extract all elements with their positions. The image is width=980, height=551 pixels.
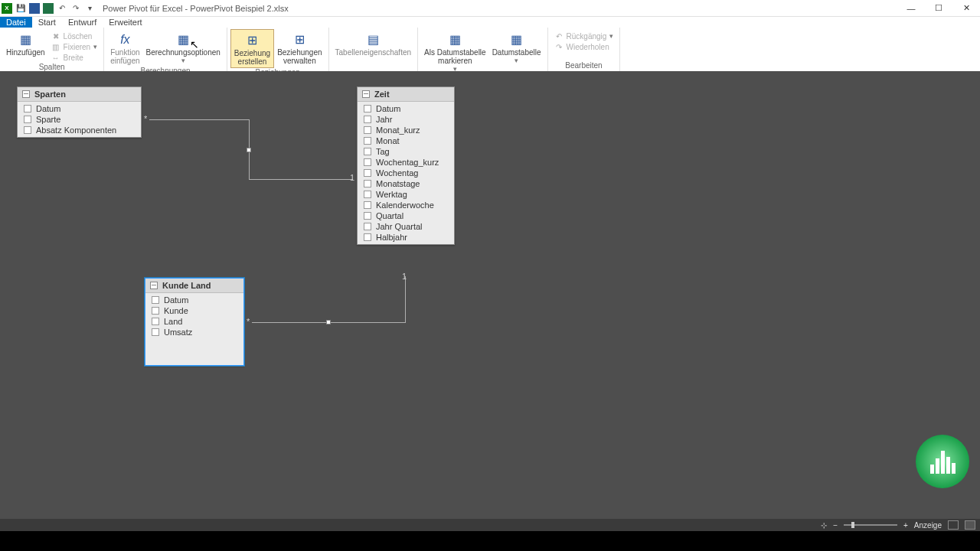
rel-kunde-many: * (247, 317, 250, 326)
field-zeit-6[interactable]: Wochentag (358, 168, 454, 178)
rel-line-2b[interactable] (405, 276, 406, 323)
field-zeit-11[interactable]: Jahr Quartal (358, 221, 454, 232)
field-zeit-7[interactable]: Monatstage (358, 178, 454, 189)
close-button[interactable]: ✕ (952, 0, 980, 17)
create-relationship-label: Beziehung erstellen (234, 49, 270, 66)
add-column-label: Hinzufügen (6, 48, 45, 57)
table-kunde-header[interactable]: Kunde Land (145, 279, 243, 293)
table-icon (150, 282, 158, 289)
field-label: Wochentag_kurz (376, 158, 439, 167)
mark-date-table-icon: ▦ (446, 31, 464, 47)
qat-powerpivot-icon[interactable] (29, 3, 40, 14)
redo-button: ↷Wiederholen (551, 41, 617, 52)
rel-line-1a[interactable] (149, 119, 249, 120)
field-label: Werktag (376, 190, 407, 199)
field-zeit-12[interactable]: Halbjahr (358, 232, 454, 243)
field-label: Umsatz (164, 328, 192, 337)
table-sparten[interactable]: Sparten Datum Sparte Absatz Komponenten (17, 86, 142, 138)
redo-icon: ↷ (554, 42, 564, 51)
column-icon (364, 116, 371, 123)
field-sparten-datum[interactable]: Datum (18, 103, 141, 114)
create-relationship-button[interactable]: ⊞ Beziehung erstellen (230, 29, 274, 68)
qat-excel-icon[interactable] (43, 3, 54, 14)
field-kunde-2[interactable]: Land (145, 316, 243, 327)
field-zeit-10[interactable]: Quartal (358, 210, 454, 221)
field-label: Monat_kurz (376, 126, 420, 135)
zoom-in-button[interactable]: + (903, 521, 908, 530)
qat-undo-icon[interactable]: ↶ (57, 3, 67, 14)
svg-rect-0 (930, 465, 934, 474)
logo-badge (916, 435, 969, 488)
add-column-button[interactable]: ▦ Hinzufügen (3, 29, 48, 58)
field-kunde-3[interactable]: Umsatz (145, 327, 243, 337)
field-label: Kunde (164, 306, 188, 315)
maximize-button[interactable]: ☐ (925, 0, 952, 17)
create-relationship-icon: ⊞ (243, 31, 261, 48)
table-properties-button[interactable]: ▤ Tabelleneigenschaften (332, 29, 415, 58)
rel-midpoint-1[interactable] (247, 148, 251, 152)
field-label: Halbjahr (376, 233, 407, 242)
zoom-fit-icon[interactable]: ⊹ (821, 521, 827, 530)
diagram-view-button[interactable] (965, 520, 975, 530)
field-kunde-1[interactable]: Kunde (145, 305, 243, 316)
field-zeit-8[interactable]: Werktag (358, 189, 454, 200)
table-zeit[interactable]: Zeit Datum Jahr Monat_kurz Monat Tag Woc… (357, 86, 455, 245)
table-sparten-header[interactable]: Sparten (18, 87, 141, 102)
ribbon-tabs: Datei Start Entwurf Erweitert (0, 17, 980, 28)
field-zeit-9[interactable]: Kalenderwoche (358, 200, 454, 210)
qat-save-icon[interactable]: 💾 (15, 3, 26, 14)
field-zeit-2[interactable]: Monat_kurz (358, 125, 454, 135)
zoom-out-button[interactable]: − (833, 521, 838, 530)
rel-line-1c[interactable] (249, 179, 353, 180)
tab-start[interactable]: Start (32, 17, 62, 28)
calc-options-button[interactable]: ▦ Berechnungsoptionen ▾ (143, 29, 224, 67)
field-zeit-0[interactable]: Datum (358, 103, 454, 114)
field-zeit-4[interactable]: Tag (358, 146, 454, 157)
minimize-button[interactable]: — (897, 0, 925, 17)
data-view-button[interactable] (948, 520, 959, 530)
field-sparten-sparte[interactable]: Sparte (18, 114, 141, 125)
tab-erweitert[interactable]: Erweitert (103, 17, 148, 28)
table-icon (22, 90, 30, 98)
field-kunde-0[interactable]: Datum (145, 295, 243, 305)
ribbon: ▦ Hinzufügen ✖Löschen ▥Fixieren ▾ ↔Breit… (0, 28, 980, 71)
svg-rect-1 (936, 458, 939, 474)
field-label: Quartal (376, 211, 403, 220)
zoom-slider[interactable] (844, 524, 897, 526)
zoom-thumb[interactable] (851, 522, 854, 528)
table-zeit-header[interactable]: Zeit (358, 87, 454, 102)
field-sparten-absatz[interactable]: Absatz Komponenten (18, 125, 141, 135)
qat-customize-icon[interactable]: ▾ (84, 3, 95, 14)
qat-redo-icon[interactable]: ↷ (70, 3, 81, 14)
width-icon: ↔ (51, 53, 60, 62)
calc-options-icon: ▦ (174, 31, 192, 47)
field-zeit-1[interactable]: Jahr (358, 114, 454, 125)
field-zeit-5[interactable]: Wochentag_kurz (358, 157, 454, 168)
manage-relationships-label: Beziehungen verwalten (277, 48, 322, 65)
manage-relationships-button[interactable]: ⊞ Beziehungen verwalten (274, 29, 325, 67)
ribbon-group-spalten: ▦ Hinzufügen ✖Löschen ▥Fixieren ▾ ↔Breit… (0, 28, 104, 71)
mark-date-table-button[interactable]: ▦ Als Datumstabelle markieren▾ (421, 29, 489, 75)
calc-options-label: Berechnungsoptionen (146, 48, 220, 57)
column-icon (24, 126, 31, 134)
diagram-canvas[interactable]: Sparten Datum Sparte Absatz Komponenten … (0, 71, 980, 519)
svg-rect-3 (946, 457, 950, 474)
width-label: Breite (64, 54, 83, 62)
column-icon (364, 105, 371, 112)
field-label: Monat (376, 136, 400, 145)
rel-midpoint-2[interactable] (326, 320, 331, 324)
date-table-button[interactable]: ▦ Datumstabelle ▾ (489, 29, 544, 67)
tab-entwurf[interactable]: Entwurf (62, 17, 103, 28)
mark-date-table-label: Als Datumstabelle markieren (424, 48, 486, 65)
tab-datei[interactable]: Datei (0, 17, 32, 28)
freeze-label: Fixieren (64, 43, 91, 51)
delete-column-button: ✖Löschen (48, 31, 101, 41)
delete-label: Löschen (64, 32, 93, 41)
table-kunde-land[interactable]: Kunde Land Datum Kunde Land Umsatz (145, 278, 244, 366)
field-label: Jahr Quartal (376, 222, 423, 231)
field-zeit-3[interactable]: Monat (358, 135, 454, 146)
width-column-button: ↔Breite (48, 52, 101, 63)
insert-function-button[interactable]: fx Funktion einfügen (107, 29, 142, 67)
column-icon (24, 105, 31, 112)
table-sparten-body: Datum Sparte Absatz Komponenten (18, 102, 141, 137)
